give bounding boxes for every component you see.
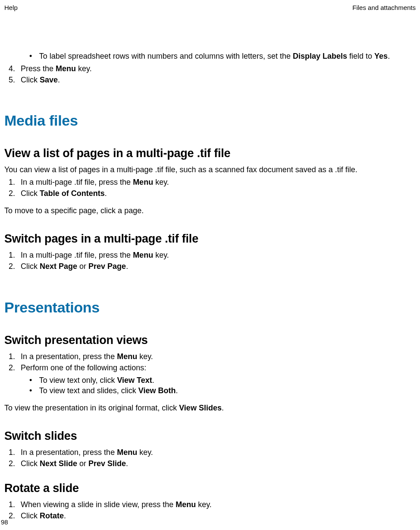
topic-heading-switch-views: Switch presentation views xyxy=(4,332,416,348)
step-text: In a presentation, press the Menu key. xyxy=(21,351,153,362)
text-bold: Next Page xyxy=(40,262,77,271)
text-bold: Table of Contents xyxy=(40,189,105,198)
text: Click xyxy=(21,511,40,520)
step-text: Perform one of the following actions: xyxy=(21,363,146,373)
text-bold: Rotate xyxy=(40,511,64,520)
step-number: 2. xyxy=(9,458,21,469)
step-item: 2. Click Next Slide or Prev Slide. xyxy=(9,458,416,469)
step-item: 2. Click Table of Contents. xyxy=(9,188,416,199)
continuation-bullets: To label spreadsheet rows with numbers a… xyxy=(29,51,416,61)
text: . xyxy=(64,511,66,520)
text: Click xyxy=(21,262,40,271)
step-text: In a presentation, press the Menu key. xyxy=(21,447,153,457)
header-left: Help xyxy=(4,3,18,12)
steps-list: 1. In a multi-page .tif file, press the … xyxy=(9,250,416,272)
continuation-steps: 4. Press the Menu key. 5. Click Save. xyxy=(9,63,416,85)
step-item: 2. Perform one of the following actions: xyxy=(9,363,416,373)
topic-heading-view-list: View a list of pages in a multi-page .ti… xyxy=(4,145,416,161)
step-text: Click Next Slide or Prev Slide. xyxy=(21,458,128,469)
topic-heading-rotate-slide: Rotate a slide xyxy=(4,480,416,496)
text: In a presentation, press the xyxy=(21,352,117,361)
text: key. xyxy=(76,64,92,73)
text: Click xyxy=(21,189,40,198)
text: key. xyxy=(137,448,153,457)
text: When viewing a slide in slide view, pres… xyxy=(21,500,176,509)
text-bold: Prev Slide xyxy=(88,459,126,468)
step-number: 1. xyxy=(9,177,21,187)
step-text: In a multi-page .tif file, press the Men… xyxy=(21,250,169,260)
text: To label spreadsheet rows with numbers a… xyxy=(39,52,293,60)
step-text: Click Next Page or Prev Page. xyxy=(21,261,128,271)
step-number: 5. xyxy=(9,75,21,85)
step-number: 1. xyxy=(9,447,21,457)
step-number: 1. xyxy=(9,250,21,260)
step-number: 2. xyxy=(9,261,21,271)
text: key. xyxy=(137,352,153,361)
followup-paragraph: To move to a specific page, click a page… xyxy=(4,205,416,216)
topic-heading-switch-pages: Switch pages in a multi-page .tif file xyxy=(4,231,416,246)
text-bold: View Text xyxy=(117,376,152,385)
text-bold: Save xyxy=(40,76,58,84)
text: key. xyxy=(153,178,169,186)
step-text: When viewing a slide in slide view, pres… xyxy=(21,499,212,510)
step-text: Click Save. xyxy=(21,75,60,85)
step-text: Press the Menu key. xyxy=(21,63,92,74)
step-item: 2. Click Next Page or Prev Page. xyxy=(9,261,416,271)
topic-heading-switch-slides: Switch slides xyxy=(4,428,416,444)
text-bold: Yes xyxy=(374,52,388,60)
text-bold: Menu xyxy=(133,251,153,259)
text: . xyxy=(222,404,224,412)
text: key. xyxy=(196,500,212,509)
page-number: 98 xyxy=(1,518,8,527)
step-text: In a multi-page .tif file, press the Men… xyxy=(21,177,169,187)
text-bold: Menu xyxy=(117,352,137,361)
page-header: Help Files and attachments xyxy=(4,3,416,12)
text-bold: Menu xyxy=(133,178,153,186)
text-bold: View Both xyxy=(138,386,176,395)
text-bold: Menu xyxy=(176,500,196,509)
text: . xyxy=(126,459,128,468)
intro-paragraph: You can view a list of pages in a multi-… xyxy=(4,164,416,175)
text: Press the xyxy=(21,64,56,73)
step-item: 4. Press the Menu key. xyxy=(9,63,416,74)
bullet-item: To view text only, click View Text. xyxy=(29,375,416,385)
text: . xyxy=(58,76,60,84)
text: In a multi-page .tif file, press the xyxy=(21,251,133,259)
text: Click xyxy=(21,76,40,84)
text: To view text only, click xyxy=(39,376,117,385)
text: In a multi-page .tif file, press the xyxy=(21,178,133,186)
followup-paragraph: To view the presentation in its original… xyxy=(4,403,416,413)
text: field to xyxy=(347,52,374,60)
text: . xyxy=(388,52,390,60)
text-bold: Display Labels xyxy=(293,52,347,60)
step-number: 4. xyxy=(9,63,21,74)
text: or xyxy=(77,459,88,468)
text: . xyxy=(152,376,154,385)
step-number: 1. xyxy=(9,351,21,362)
step-item: 1. In a multi-page .tif file, press the … xyxy=(9,177,416,187)
text-bold: Menu xyxy=(117,448,137,457)
section-heading-media-files: Media files xyxy=(4,111,416,131)
step-number: 1. xyxy=(9,499,21,510)
text: or xyxy=(77,262,88,271)
step-item: 5. Click Save. xyxy=(9,75,416,85)
text: . xyxy=(105,189,107,198)
steps-list: 1. In a multi-page .tif file, press the … xyxy=(9,177,416,199)
text-bold: Menu xyxy=(56,64,76,73)
step-item: 2. Click Rotate. xyxy=(9,511,416,521)
text-bold: Prev Page xyxy=(88,262,126,271)
steps-list: 1. In a presentation, press the Menu key… xyxy=(9,351,416,373)
text: To view text and slides, click xyxy=(39,386,138,395)
bullet-item: To view text and slides, click View Both… xyxy=(29,385,416,396)
text: . xyxy=(126,262,128,271)
step-item: 1. In a presentation, press the Menu key… xyxy=(9,447,416,457)
step-item: 1. In a multi-page .tif file, press the … xyxy=(9,250,416,260)
text: In a presentation, press the xyxy=(21,448,117,457)
step-item: 1. When viewing a slide in slide view, p… xyxy=(9,499,416,510)
header-right: Files and attachments xyxy=(352,3,416,12)
section-heading-presentations: Presentations xyxy=(4,298,416,318)
text: key. xyxy=(153,251,169,259)
step-item: 1. In a presentation, press the Menu key… xyxy=(9,351,416,362)
step-number: 2. xyxy=(9,511,21,521)
step-text: Click Rotate. xyxy=(21,511,66,521)
